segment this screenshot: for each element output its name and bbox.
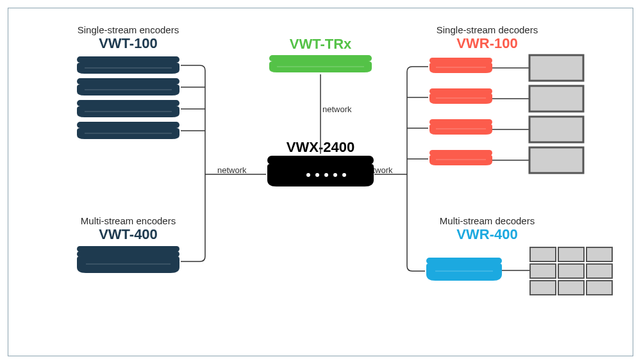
connection-wires	[0, 0, 641, 364]
